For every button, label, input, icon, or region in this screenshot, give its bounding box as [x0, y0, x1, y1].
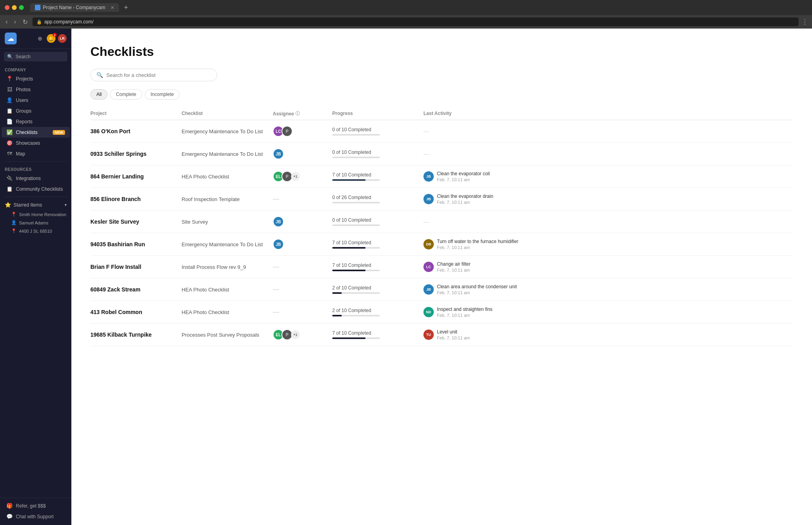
last-activity-time: Feb. 7, 10:11 am	[437, 290, 517, 295]
checklist-name-cell: Processes Post Survey Proposals	[182, 332, 269, 338]
starred-user-icon: 👤	[11, 220, 17, 225]
checklist-name-cell: Emergency Maintenance To Do List	[182, 128, 269, 134]
table-row[interactable]: Kesler Site SurveySite SurveyJB0 of 10 C…	[90, 211, 793, 233]
last-activity-avatar: JB	[423, 171, 434, 182]
assignee-cell: LCP	[273, 126, 328, 137]
sidebar-item-checklists[interactable]: ✅ Checklists NEW	[2, 127, 70, 138]
sidebar-label-community: Community Checklists	[16, 186, 63, 192]
assignee-cell: —	[273, 263, 328, 270]
close-button[interactable]	[5, 5, 10, 10]
search-box[interactable]: 🔍 Search	[4, 52, 67, 61]
sidebar-item-users[interactable]: 👤 Users	[2, 95, 70, 105]
reload-button[interactable]: ↻	[21, 17, 29, 27]
checklist-name-cell: Site Survey	[182, 219, 269, 225]
checklist-search-box[interactable]: 🔍	[90, 69, 217, 81]
table-row[interactable]: 19685 Kilback TurnpikeProcesses Post Sur…	[90, 324, 793, 346]
checklist-name-cell: Emergency Maintenance To Do List	[182, 241, 269, 247]
sidebar-item-chat-support[interactable]: 💬 Chat with Support	[2, 511, 70, 522]
notifications-button[interactable]: 🔔 1	[47, 34, 56, 43]
refer-icon: 🎁	[6, 503, 13, 509]
maximize-button[interactable]	[19, 5, 24, 10]
last-activity-cell: JBClean the evaporator drainFeb. 7, 10:1…	[423, 194, 793, 205]
user-avatar[interactable]: LR	[58, 34, 67, 43]
sidebar-item-groups[interactable]: 📋 Groups	[2, 105, 70, 116]
last-activity-none: —	[423, 151, 429, 157]
starred-item-samuel[interactable]: 👤 Samuel Adams	[0, 218, 71, 227]
sidebar-item-map[interactable]: 🗺 Map	[2, 148, 70, 159]
back-button[interactable]: ‹	[4, 17, 9, 26]
photos-icon: 🖼	[6, 86, 13, 92]
sidebar-top-actions: ⊕ 🔔 1 LR	[36, 34, 67, 43]
th-progress: Progress	[332, 111, 419, 117]
assignee-cell: ELP+1	[273, 171, 328, 182]
address-bar-row: ‹ › ↻ 🔒 app.companycam.com/ ⋮	[0, 15, 812, 29]
starred-items-header[interactable]: ⭐ Starred Items ▾	[0, 199, 71, 210]
last-activity-action: Clean area around the condenser unit	[437, 284, 517, 289]
table-row[interactable]: 386 O'Kon PortEmergency Maintenance To D…	[90, 120, 793, 143]
tab-close-icon[interactable]: ✕	[111, 5, 114, 10]
sidebar-label-reports: Reports	[16, 119, 33, 125]
starred-item-address[interactable]: 📍 4400 J St, 68510	[0, 227, 71, 235]
last-activity-action: Clean the evaporator drain	[437, 194, 493, 199]
progress-text: 2 of 10 Completed	[332, 285, 419, 291]
filter-all[interactable]: All	[90, 89, 107, 100]
map-icon: 🗺	[6, 151, 13, 157]
filter-complete[interactable]: Complete	[110, 89, 142, 100]
filter-incomplete[interactable]: Incomplete	[145, 89, 180, 100]
table-row[interactable]: 856 Elinore BranchRoof Inspection Templa…	[90, 188, 793, 211]
starred-item-smith[interactable]: 📍 Smith Home Renovation	[0, 210, 71, 218]
progress-text: 0 of 26 Completed	[332, 195, 419, 200]
table-row[interactable]: Brian F Flow InstallInstall Process Flow…	[90, 256, 793, 278]
last-activity-time: Feb. 7, 10:11 am	[437, 268, 471, 272]
forward-button[interactable]: ›	[12, 17, 17, 26]
table-body: 386 O'Kon PortEmergency Maintenance To D…	[90, 120, 793, 346]
progress-cell: 2 of 10 Completed	[332, 285, 419, 294]
sidebar-item-photos[interactable]: 🖼 Photos	[2, 84, 70, 95]
last-activity-time: Feb. 7, 10:11 am	[437, 313, 492, 318]
minimize-button[interactable]	[12, 5, 17, 10]
lock-icon: 🔒	[36, 19, 42, 25]
progress-cell: 7 of 10 Completed	[332, 240, 419, 249]
new-tab-button[interactable]: +	[124, 4, 128, 11]
last-activity-none: —	[423, 128, 429, 134]
sidebar-item-refer[interactable]: 🎁 Refer, get $$$	[2, 500, 70, 511]
progress-bar-bg	[332, 224, 380, 226]
progress-text: 0 of 10 Completed	[332, 127, 419, 132]
last-activity-cell: —	[423, 128, 793, 134]
chat-icon: 💬	[6, 514, 13, 519]
table-row[interactable]: 60849 Zack StreamHEA Photo Checklist—2 o…	[90, 278, 793, 301]
progress-text: 0 of 10 Completed	[332, 217, 419, 223]
table-header: Project Checklist Assignee ⓘ Progress La…	[90, 111, 793, 120]
last-activity-cell: —	[423, 219, 793, 225]
checklist-search-input[interactable]	[106, 72, 211, 78]
th-project: Project	[90, 111, 178, 117]
more-options-icon[interactable]: ⋮	[802, 18, 808, 26]
last-activity-avatar: LC	[423, 262, 434, 272]
progress-bar-fill	[332, 179, 366, 181]
starred-icon: ⭐	[5, 202, 11, 208]
sidebar-item-integrations[interactable]: 🔌 Integrations	[2, 173, 70, 184]
browser-tab[interactable]: Project Name - Companycam ✕	[30, 3, 119, 12]
last-activity-action: Level unit	[437, 329, 470, 335]
progress-bar-fill	[332, 292, 342, 294]
browser-chrome: Project Name - Companycam ✕ +	[0, 0, 812, 15]
th-checklist: Checklist	[182, 111, 269, 117]
table-row[interactable]: 864 Bernier LandingHEA Photo ChecklistEL…	[90, 165, 793, 188]
sidebar-item-projects[interactable]: 📍 Projects	[2, 73, 70, 84]
add-button[interactable]: ⊕	[36, 34, 44, 43]
table-row[interactable]: 413 Robel CommonHEA Photo Checklist—2 of…	[90, 301, 793, 324]
app-layout: ☁ ⊕ 🔔 1 LR 🔍 Search Company 📍 Projects 🖼	[0, 29, 812, 525]
project-name-cell: 413 Robel Common	[90, 309, 178, 315]
sidebar-item-reports[interactable]: 📄 Reports	[2, 116, 70, 127]
assignee-cell: —	[273, 195, 328, 203]
sidebar-label-integrations: Integrations	[16, 176, 41, 181]
resources-section-label: Resources	[0, 164, 71, 173]
table-row[interactable]: 0933 Schiller SpringsEmergency Maintenan…	[90, 143, 793, 165]
table-row[interactable]: 94035 Bashirian RunEmergency Maintenance…	[90, 233, 793, 256]
address-bar[interactable]: 🔒 app.companycam.com/	[33, 17, 799, 26]
assignee-none: —	[273, 195, 279, 203]
notif-badge: 1	[53, 33, 57, 37]
app-logo[interactable]: ☁	[5, 33, 17, 44]
sidebar-item-showcases[interactable]: 🎯 Showcases	[2, 138, 70, 148]
sidebar-item-community-checklists[interactable]: 📋 Community Checklists	[2, 184, 70, 194]
